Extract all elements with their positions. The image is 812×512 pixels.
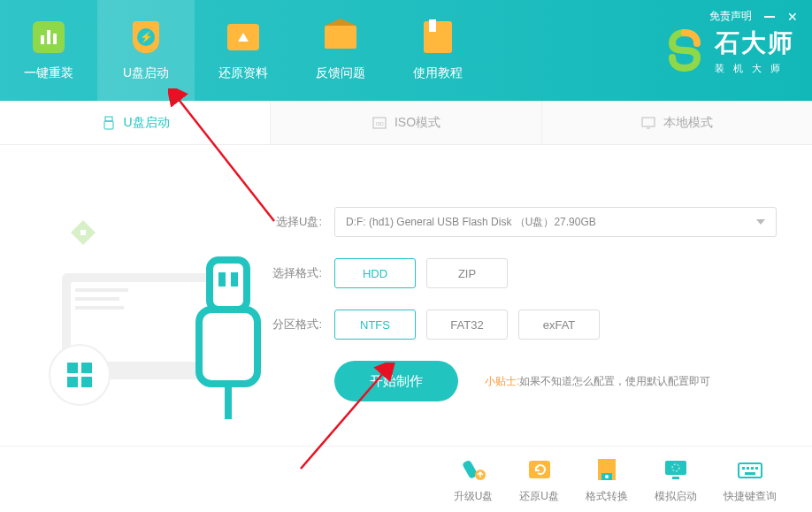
simulate-icon bbox=[662, 455, 690, 484]
subtab-local[interactable]: 本地模式 bbox=[542, 101, 812, 144]
footer: 升级U盘 还原U盘 格式转换 模拟启动 快捷键查询 bbox=[0, 446, 812, 512]
tip-text: 如果不知道怎么配置，使用默认配置即可 bbox=[519, 375, 710, 387]
nav-label: 还原资料 bbox=[218, 65, 268, 81]
format-zip[interactable]: ZIP bbox=[426, 258, 508, 288]
format-convert-icon bbox=[593, 455, 621, 484]
svg-rect-14 bbox=[67, 377, 78, 387]
foot-restore-usb[interactable]: 还原U盘 bbox=[519, 455, 559, 504]
svg-rect-35 bbox=[755, 467, 758, 470]
chevron-down-icon bbox=[756, 219, 765, 225]
svg-rect-28 bbox=[665, 461, 686, 475]
restore-icon bbox=[227, 24, 259, 50]
svg-rect-0 bbox=[105, 117, 112, 121]
partition-fat32[interactable]: FAT32 bbox=[426, 309, 508, 340]
subtab-label: U盘启动 bbox=[124, 115, 170, 131]
nav-label: 使用教程 bbox=[413, 65, 463, 81]
tip: 小贴士:如果不知道怎么配置，使用默认配置即可 bbox=[485, 374, 710, 389]
foot-hotkey-query[interactable]: 快捷键查询 bbox=[724, 455, 777, 504]
brand-sub: 装机大师 bbox=[715, 62, 794, 75]
illustration bbox=[0, 172, 265, 437]
usb-restore-icon bbox=[525, 455, 554, 484]
subtab-label: ISO模式 bbox=[395, 115, 440, 131]
foot-label: 模拟启动 bbox=[655, 489, 697, 504]
subtab-iso[interactable]: ISO ISO模式 bbox=[271, 101, 541, 144]
nav-label: 反馈问题 bbox=[316, 65, 365, 81]
monitor-icon bbox=[640, 115, 656, 131]
header: 免责声明 ✕ 一键重装 ⚡ U盘启动 还原资料 反馈问题 使用教程 石大师 bbox=[0, 0, 812, 101]
svg-rect-4 bbox=[642, 118, 655, 126]
nav-feedback[interactable]: 反馈问题 bbox=[292, 0, 389, 101]
foot-simulate-boot[interactable]: 模拟启动 bbox=[655, 455, 697, 504]
svg-rect-15 bbox=[81, 377, 92, 387]
iso-icon: ISO bbox=[372, 115, 387, 131]
format-label: 选择格式: bbox=[265, 265, 322, 281]
partition-label: 分区格式: bbox=[265, 317, 322, 332]
reinstall-icon bbox=[33, 21, 65, 53]
subtab-usb-boot[interactable]: U盘启动 bbox=[0, 101, 271, 144]
disk-value: D:F: (hd1) General USB Flash Disk （U盘）27… bbox=[346, 215, 596, 230]
partition-exfat[interactable]: exFAT bbox=[518, 309, 600, 340]
foot-format-convert[interactable]: 格式转换 bbox=[586, 455, 628, 504]
format-hdd[interactable]: HDD bbox=[334, 258, 416, 288]
nav-tutorial[interactable]: 使用教程 bbox=[389, 0, 486, 101]
foot-label: 格式转换 bbox=[586, 489, 628, 504]
nav-label: U盘启动 bbox=[123, 65, 169, 81]
svg-rect-8 bbox=[75, 288, 128, 292]
svg-rect-33 bbox=[747, 467, 749, 470]
main-nav: 一键重装 ⚡ U盘启动 还原资料 反馈问题 使用教程 bbox=[0, 0, 486, 101]
svg-point-11 bbox=[50, 345, 110, 405]
foot-upgrade-usb[interactable]: 升级U盘 bbox=[454, 455, 494, 504]
svg-rect-9 bbox=[75, 297, 119, 301]
main-content: 选择U盘: D:F: (hd1) General USB Flash Disk … bbox=[0, 145, 812, 446]
svg-rect-32 bbox=[742, 467, 745, 470]
usb-upgrade-icon bbox=[459, 455, 487, 484]
partition-ntfs[interactable]: NTFS bbox=[334, 309, 416, 340]
nav-reinstall[interactable]: 一键重装 bbox=[0, 0, 97, 101]
foot-label: 快捷键查询 bbox=[724, 489, 777, 504]
disk-select[interactable]: D:F: (hd1) General USB Flash Disk （U盘）27… bbox=[334, 207, 777, 237]
tutorial-icon bbox=[424, 21, 452, 53]
start-button[interactable]: 开始制作 bbox=[334, 361, 458, 401]
svg-text:ISO: ISO bbox=[376, 121, 384, 126]
nav-restore[interactable]: 还原资料 bbox=[195, 0, 292, 101]
foot-label: 升级U盘 bbox=[454, 489, 494, 504]
brand-name: 石大师 bbox=[715, 27, 794, 60]
svg-rect-10 bbox=[75, 306, 124, 309]
svg-rect-17 bbox=[210, 260, 247, 309]
tip-prefix: 小贴士: bbox=[485, 375, 519, 387]
svg-rect-12 bbox=[67, 363, 78, 373]
disk-label: 选择U盘: bbox=[265, 214, 322, 230]
svg-rect-18 bbox=[199, 309, 257, 384]
svg-rect-34 bbox=[751, 467, 754, 470]
svg-rect-36 bbox=[745, 472, 755, 475]
keyboard-icon bbox=[736, 455, 764, 484]
svg-rect-31 bbox=[739, 463, 762, 478]
sub-tabs: U盘启动 ISO ISO模式 本地模式 bbox=[0, 101, 812, 145]
nav-label: 一键重装 bbox=[24, 65, 73, 81]
svg-point-27 bbox=[605, 475, 609, 478]
svg-rect-16 bbox=[80, 230, 86, 235]
svg-rect-30 bbox=[672, 477, 679, 479]
usb-boot-icon: ⚡ bbox=[133, 21, 159, 53]
form: 选择U盘: D:F: (hd1) General USB Flash Disk … bbox=[265, 172, 777, 437]
logo-icon bbox=[663, 29, 706, 72]
usb-icon bbox=[101, 115, 117, 131]
brand-logo: 石大师 装机大师 bbox=[663, 0, 794, 101]
nav-usb-boot[interactable]: ⚡ U盘启动 bbox=[97, 0, 195, 101]
feedback-icon bbox=[325, 26, 356, 49]
foot-label: 还原U盘 bbox=[519, 489, 559, 504]
svg-rect-13 bbox=[81, 363, 92, 373]
subtab-label: 本地模式 bbox=[663, 115, 713, 131]
svg-rect-1 bbox=[104, 121, 113, 129]
